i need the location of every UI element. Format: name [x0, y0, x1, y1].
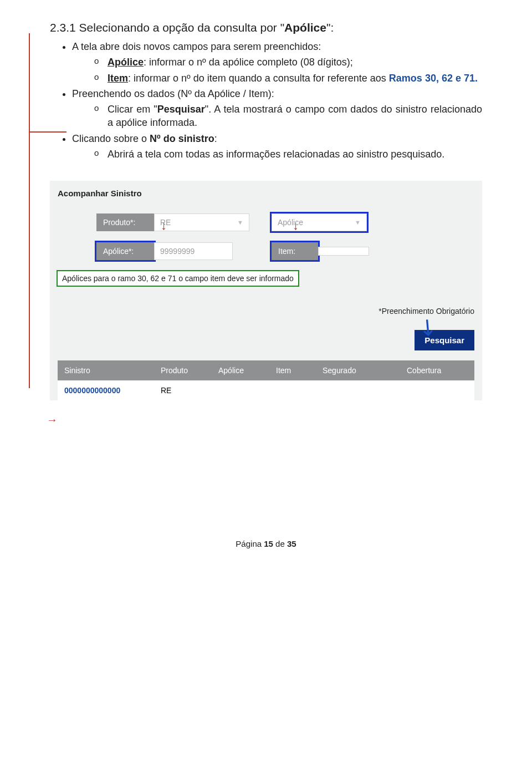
annotation-line	[29, 131, 66, 133]
col-segurado: Segurado	[316, 360, 400, 380]
row-apolice: Apólice*: 99999999 Item:	[96, 242, 474, 260]
row-cobertura-val	[400, 380, 474, 400]
heading-pre: Selecionando a opção da consulta por "	[76, 21, 284, 34]
bullet-2: Preenchendo os dados (Nº da Apólice / It…	[72, 87, 482, 130]
produto-select[interactable]: RE ▼	[154, 213, 249, 231]
bullet-2-text: Preenchendo os dados (Nº da Apólice / It…	[72, 88, 274, 99]
apolice-input[interactable]: 99999999	[154, 242, 233, 260]
footer-sep: de	[273, 539, 287, 548]
b3-intro-a: Clicando sobre o	[72, 133, 150, 144]
row-apolice-val	[212, 380, 269, 400]
col-produto: Produto	[154, 360, 212, 380]
item-label: Item:	[272, 242, 318, 260]
b3-intro-b: Nº do sinistro	[150, 133, 214, 144]
heading-keyword: Apólice	[284, 21, 326, 34]
bullet-2-sub-1: Clicar em "Pesquisar". A tela mostrará o…	[94, 103, 482, 130]
heading-end: ":	[326, 21, 334, 34]
b3-intro-c: :	[214, 133, 217, 144]
col-apolice: Apólice	[212, 360, 269, 380]
b1s1-label: Apólice	[108, 57, 144, 68]
bullet-1-sub-2: Item: informar o nº do item quando a con…	[94, 72, 482, 85]
produto-value: RE	[160, 218, 171, 227]
col-sinistro: Sinistro	[58, 360, 154, 380]
tipo-value: Apólice	[278, 218, 303, 227]
b1s1-text: : informar o nº da apólice completo (08 …	[144, 57, 353, 68]
b3s1: Abrirá a tela com todas as informações r…	[108, 149, 444, 160]
results-header: Sinistro Produto Apólice Item Segurado C…	[58, 360, 474, 380]
b1s2-ramos: Ramos 30, 62 e 71.	[389, 73, 478, 84]
footer-total: 35	[287, 539, 296, 548]
apolice-label: Apólice*:	[96, 242, 154, 260]
caret-down-icon: ▼	[237, 219, 243, 226]
row-produto: Produto*: RE ▼ Apólice ▼	[96, 213, 474, 231]
col-cobertura: Cobertura	[400, 360, 474, 380]
row-item-val	[269, 380, 316, 400]
bullet-3-sub-1: Abrirá a tela com todas as informações r…	[94, 148, 482, 161]
caret-down-icon: ▼	[355, 219, 361, 226]
annotation-bracket	[29, 33, 31, 388]
pesquisar-button[interactable]: Pesquisar	[415, 330, 474, 350]
required-note: *Preenchimento Obrigatório	[58, 307, 474, 316]
page-footer: Página 15 de 35	[50, 539, 482, 560]
row-segurado-val	[316, 380, 400, 400]
bullet-1-sub-1: Apólice: informar o nº da apólice comple…	[94, 55, 482, 69]
row-produto-val: RE	[154, 380, 212, 400]
b1s2-text-a: : informar o nº do item quando a consult…	[128, 73, 389, 84]
hint-text: Apólices para o ramo 30, 62 e 71 o campo…	[58, 271, 298, 286]
bullet-3: Clicando sobre o Nº do sinistro: Abrirá …	[72, 132, 482, 161]
table-row: 0000000000000 RE	[58, 380, 474, 400]
footer-prefix: Página	[236, 539, 264, 548]
b2s1-b: Pesquisar	[157, 104, 205, 115]
col-item: Item	[269, 360, 316, 380]
bullet-1: A tela abre dois novos campos para serem…	[72, 40, 482, 85]
form-screenshot: Acompanhar Sinistro Produto*: RE ▼ Apóli…	[50, 181, 482, 400]
sinistro-link[interactable]: 0000000000000	[58, 380, 154, 400]
bullet-1-text: A tela abre dois novos campos para serem…	[72, 41, 321, 52]
produto-label: Produto*:	[96, 213, 154, 231]
b2s1-a: Clicar em "	[108, 104, 157, 115]
footer-page: 15	[264, 539, 273, 548]
item-input[interactable]	[318, 247, 369, 256]
annotation-arrow-icon: →	[47, 414, 58, 426]
tipo-select[interactable]: Apólice ▼	[272, 213, 367, 231]
b1s2-label: Item	[108, 73, 128, 84]
section-heading: 2.3.1 Selecionando a opção da consulta p…	[50, 21, 482, 34]
form-title: Acompanhar Sinistro	[58, 189, 474, 198]
heading-num: 2.3.1	[50, 21, 76, 34]
